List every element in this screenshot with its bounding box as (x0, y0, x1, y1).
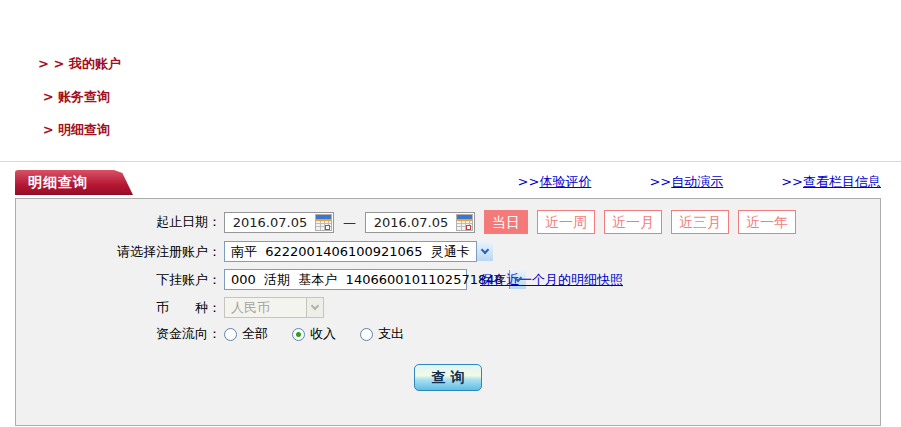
currency-label: 币 种： (16, 299, 221, 317)
fund-flow-option[interactable]: 支出 (360, 325, 404, 343)
breadcrumb-item-label[interactable]: 账务查询 (58, 89, 110, 104)
quick-range-button[interactable]: 近一周 (537, 210, 595, 234)
quick-range-button[interactable]: 近一月 (604, 210, 662, 234)
tab-detail-query[interactable]: 明细查询 (15, 170, 133, 195)
header-links: >>体验评价 >>自动演示 >>查看栏目信息 (518, 173, 881, 195)
tab-bar: 明细查询 >>体验评价 >>自动演示 >>查看栏目信息 (0, 169, 901, 195)
link-label[interactable]: 查看栏目信息 (803, 174, 881, 189)
header-link[interactable]: >>查看栏目信息 (781, 173, 881, 191)
link-label[interactable]: 体验评价 (539, 174, 591, 189)
currency-select: 人民币 (224, 297, 324, 318)
query-form-panel: 起止日期： 2016.07.05 — (15, 198, 881, 426)
breadcrumb-separator: > > (38, 56, 69, 71)
fund-flow-options: 全部 收入 支出 (224, 325, 428, 343)
quick-range-button[interactable]: 近三月 (671, 210, 729, 234)
fund-flow-option[interactable]: 收入 (292, 325, 336, 343)
start-date-value[interactable]: 2016.07.05 (225, 215, 315, 230)
radio-label: 全部 (242, 325, 268, 343)
dropdown-arrow-icon[interactable] (476, 242, 493, 261)
currency-row: 币 种： 人民币 (16, 297, 880, 318)
end-date-input[interactable]: 2016.07.05 (365, 212, 475, 233)
radio-label: 支出 (378, 325, 404, 343)
date-range-label: 起止日期： (16, 213, 221, 231)
end-date-value[interactable]: 2016.07.05 (366, 215, 456, 230)
quick-range-button[interactable]: 当日 (484, 210, 528, 234)
fund-flow-label: 资金流向： (16, 325, 221, 343)
link-prefix: >> (649, 174, 671, 189)
query-button[interactable]: 查 询 (414, 364, 482, 391)
fund-flow-option[interactable]: 全部 (224, 325, 268, 343)
breadcrumb-item[interactable]: > 明细查询 (38, 122, 110, 137)
breadcrumb-item-label[interactable]: 我的账户 (69, 56, 121, 71)
query-button-row: 查 询 (16, 364, 880, 391)
quick-range-button[interactable]: 近一年 (738, 210, 796, 234)
radio-button-icon[interactable] (360, 328, 373, 341)
link-prefix: >> (518, 174, 540, 189)
date-range-row: 起止日期： 2016.07.05 — (16, 210, 880, 234)
breadcrumb-item[interactable]: > 账务查询 (38, 89, 110, 104)
fund-flow-row: 资金流向： 全部 收入 支出 (16, 325, 880, 343)
breadcrumb-separator: > (38, 89, 58, 104)
sub-account-label: 下挂账户： (16, 271, 221, 289)
currency-value: 人民币 (225, 299, 306, 317)
start-date-input[interactable]: 2016.07.05 (224, 212, 334, 233)
calendar-icon[interactable] (456, 214, 473, 231)
registered-account-select[interactable]: 南平 6222001406100921065 灵通卡 (224, 241, 477, 262)
link-label[interactable]: 自动演示 (671, 174, 723, 189)
quick-range-buttons: 当日 近一周 近一月 近三月 近一年 (475, 210, 796, 234)
radio-label: 收入 (310, 325, 336, 343)
sub-account-row: 下挂账户： 000 活期 基本户 1406600101102571848 保存近… (16, 269, 880, 290)
registered-account-value: 南平 6222001406100921065 灵通卡 (225, 243, 476, 261)
breadcrumb-item-label[interactable]: 明细查询 (58, 122, 110, 137)
link-prefix: >> (781, 174, 803, 189)
header-link[interactable]: >>自动演示 (649, 173, 723, 191)
sub-account-select[interactable]: 000 活期 基本户 1406600101102571848 (224, 269, 467, 290)
breadcrumb-item[interactable]: > > 我的账户 (38, 56, 121, 71)
header-link[interactable]: >>体验评价 (518, 173, 592, 191)
dropdown-arrow-icon (306, 298, 323, 317)
save-snapshot-link[interactable]: 保存近一个月的明细快照 (480, 271, 623, 289)
radio-button-icon[interactable] (224, 328, 237, 341)
registered-account-label: 请选择注册账户： (16, 243, 221, 261)
calendar-icon[interactable] (315, 214, 332, 231)
tab-title: 明细查询 (15, 170, 133, 195)
sub-account-value: 000 活期 基本户 1406600101102571848 (225, 271, 509, 289)
breadcrumb-separator: > (38, 122, 58, 137)
radio-button-icon[interactable] (292, 328, 305, 341)
breadcrumb: > > 我的账户 > 账务查询 > 明细查询 (0, 0, 901, 162)
registered-account-row: 请选择注册账户： 南平 6222001406100921065 灵通卡 (16, 241, 880, 262)
date-range-separator: — (343, 215, 356, 230)
